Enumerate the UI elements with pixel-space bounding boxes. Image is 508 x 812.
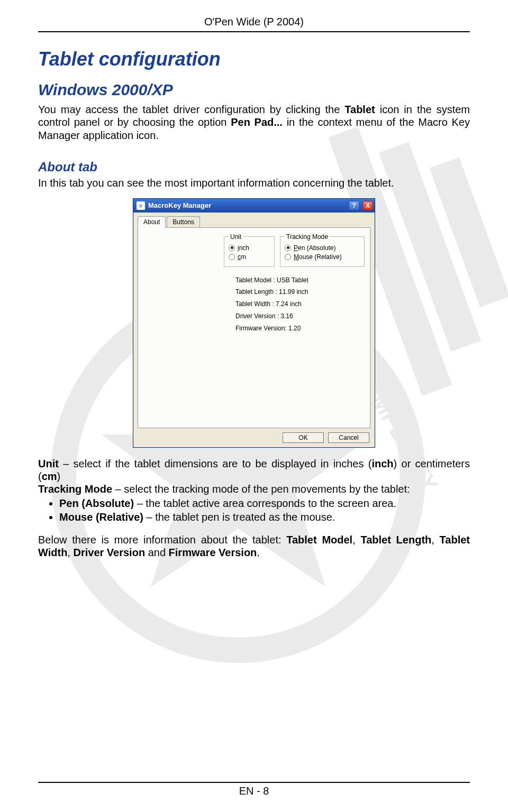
tracking-bullets: Pen (Absolute) – the tablet active area … xyxy=(38,497,470,524)
group-tracking-mode: Tracking Mode Pen (Absolute) Mouse (Rela… xyxy=(280,233,365,267)
heading-windows-2000xp: Windows 2000/XP xyxy=(38,81,470,99)
label: ouse (Relative) xyxy=(299,253,342,261)
text-unit: Unit xyxy=(38,458,59,469)
text: Firmware Version xyxy=(169,547,257,558)
tracking-description: Tracking Mode – select the tracking mode… xyxy=(38,483,470,495)
group-unit-legend: Unit xyxy=(229,233,243,241)
tab-about[interactable]: About xyxy=(138,216,166,228)
text-inch: inch xyxy=(371,458,393,469)
text: – the tablet pen is treated as the mouse… xyxy=(143,511,335,523)
help-button[interactable]: ? xyxy=(349,201,359,210)
text-cm: cm xyxy=(42,470,57,482)
text: Tablet Length xyxy=(360,534,431,546)
group-unit: Unit inch cm xyxy=(224,233,275,267)
text: – select if the tablet dimensions are to… xyxy=(59,458,372,469)
text: , xyxy=(352,534,360,546)
heading-about-tab: About tab xyxy=(38,160,470,174)
mnemonic: M xyxy=(294,253,299,261)
text: – the tablet active area corresponds to … xyxy=(134,497,396,509)
ok-button[interactable]: OK xyxy=(283,432,324,443)
radio-pen-absolute[interactable]: Pen (Absolute) xyxy=(285,244,360,252)
text-penpad: Pen Pad... xyxy=(231,116,283,128)
text: Below there is more information about th… xyxy=(38,534,286,546)
tabstrip: About Buttons xyxy=(138,216,370,228)
cancel-button[interactable]: Cancel xyxy=(328,432,369,443)
label: en (Absolute) xyxy=(298,244,335,252)
radio-icon xyxy=(285,245,291,251)
info-firmware-version: Firmware Version: 1.20 xyxy=(235,322,365,335)
header-rule xyxy=(38,31,470,32)
app-icon: ≡ xyxy=(137,201,145,210)
radio-mouse-relative[interactable]: Mouse (Relative) xyxy=(285,253,360,261)
text: Mouse (Relative) xyxy=(59,511,143,523)
text: Tablet Model xyxy=(286,534,352,546)
bullet-mouse-relative: Mouse (Relative) – the tablet pen is tre… xyxy=(59,511,470,523)
text: ) xyxy=(57,470,61,482)
radio-inch[interactable]: inch xyxy=(229,244,270,252)
about-tab-paragraph: In this tab you can see the most importa… xyxy=(38,177,470,189)
text: . xyxy=(257,547,260,558)
info-tablet-model: Tablet Model : USB Tablet xyxy=(235,274,365,287)
footer-rule xyxy=(38,782,470,783)
heading-tablet-configuration: Tablet configuration xyxy=(38,48,470,70)
group-tracking-legend: Tracking Mode xyxy=(285,233,330,241)
dialog-titlebar[interactable]: ≡ MacroKey Manager ? X xyxy=(133,199,375,213)
intro-paragraph: You may access the tablet driver configu… xyxy=(38,103,470,142)
text: You may access the tablet driver configu… xyxy=(38,104,344,115)
text: and xyxy=(145,547,168,558)
radio-icon xyxy=(229,245,235,251)
unit-description: Unit – select if the tablet dimensions a… xyxy=(38,457,470,483)
radio-cm[interactable]: cm xyxy=(229,253,270,261)
info-driver-version: Driver Version : 3.16 xyxy=(235,310,365,322)
tablet-info-block: Tablet Model : USB Tablet Tablet Length … xyxy=(235,274,365,335)
tab-buttons[interactable]: Buttons xyxy=(167,216,200,228)
text: Driver Version xyxy=(73,547,145,558)
label: nch xyxy=(239,244,249,252)
radio-icon xyxy=(229,254,235,260)
tab-panel-about: Unit inch cm Tracking Mode xyxy=(138,227,370,428)
text: – select the tracking mode of the pen mo… xyxy=(112,483,410,495)
close-button[interactable]: X xyxy=(362,201,373,210)
text: Pen (Absolute) xyxy=(59,497,134,509)
radio-icon xyxy=(285,254,291,260)
below-info-paragraph: Below there is more information about th… xyxy=(38,533,470,559)
info-tablet-length: Tablet Length : 11.99 inch xyxy=(235,286,365,298)
page-header: O'Pen Wide (P 2004) xyxy=(38,16,470,31)
page-number: EN - 8 xyxy=(38,785,470,797)
text: , xyxy=(431,534,439,546)
label: m xyxy=(241,253,246,261)
dialog-title: MacroKey Manager xyxy=(148,201,346,209)
macrokey-manager-dialog: ≡ MacroKey Manager ? X About Buttons Uni… xyxy=(133,198,375,448)
text-tracking-mode: Tracking Mode xyxy=(38,483,112,495)
mnemonic: P xyxy=(294,244,298,252)
info-tablet-width: Tablet Width : 7.24 inch xyxy=(235,298,365,310)
text-tablet: Tablet xyxy=(344,104,375,115)
text: , xyxy=(67,547,73,558)
bullet-pen-absolute: Pen (Absolute) – the tablet active area … xyxy=(59,497,470,510)
